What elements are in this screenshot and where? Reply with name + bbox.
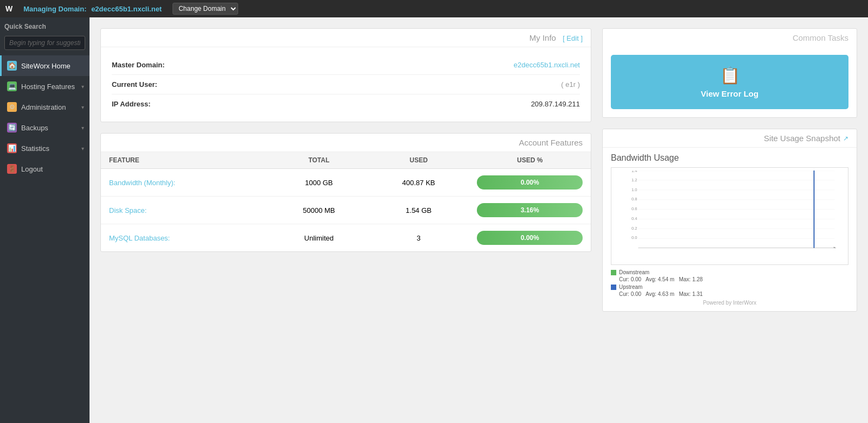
used-pct-cell: 3.16%: [469, 197, 591, 224]
sidebar-item-label: Administration: [21, 103, 66, 111]
backups-icon: 🔄: [7, 123, 17, 132]
svg-text:1.4: 1.4: [631, 171, 637, 173]
content-area: My Info [ Edit ] Master Domain: e2decc65…: [90, 17, 868, 423]
usage-bar: 3.16%: [477, 203, 583, 217]
common-tasks-panel: Common Tasks 📋 View Error Log: [602, 28, 857, 118]
table-row: Bandwidth (Monthly): 1000 GB 400.87 KB 0…: [101, 169, 591, 197]
sidebar-item-administration[interactable]: ⚙ Administration ▾: [0, 97, 90, 117]
upstream-stats: Cur: 0.00 Avg: 4.63 m Max: 1.31: [619, 291, 848, 297]
sidebar: Quick Search 🏠 SiteWorx Home 💻 Hosting F…: [0, 17, 90, 423]
current-user-row: Current User: ( e1r ): [112, 75, 580, 94]
logout-icon: 🚪: [7, 164, 17, 174]
sidebar-item-logout[interactable]: 🚪 Logout: [0, 159, 90, 179]
search-input[interactable]: [4, 36, 85, 50]
feature-link[interactable]: MySQL Databases:: [109, 234, 170, 242]
edit-link[interactable]: [ Edit ]: [563, 34, 583, 42]
feature-link[interactable]: Bandwidth (Monthly):: [109, 179, 175, 187]
ip-address-value: 209.87.149.211: [209, 100, 580, 108]
svg-text:0.4: 0.4: [631, 216, 637, 221]
main-layout: Quick Search 🏠 SiteWorx Home 💻 Hosting F…: [0, 17, 868, 423]
used-pct-cell: 0.00%: [469, 224, 591, 252]
current-user-value: ( e1r ): [209, 80, 580, 89]
usage-bar: 0.00%: [477, 175, 583, 190]
used-cell: 3: [368, 224, 469, 252]
svg-text:0.6: 0.6: [631, 206, 637, 211]
svg-text:1.0: 1.0: [631, 187, 637, 192]
svg-text:0.0: 0.0: [631, 235, 637, 240]
account-features-panel: Account Features FEATURE TOTAL USED USED…: [100, 133, 591, 252]
used-cell: 400.87 KB: [368, 169, 469, 197]
sidebar-item-label: Backups: [21, 124, 48, 132]
snapshot-content: Bandwidth Usage bytes / sec: [603, 148, 857, 311]
current-user-label: Current User:: [112, 80, 209, 89]
total-cell: 1000 GB: [270, 169, 368, 197]
left-column: My Info [ Edit ] Master Domain: e2decc65…: [100, 28, 591, 412]
y-axis-label: bytes / sec: [611, 168, 612, 248]
chevron-down-icon: ▾: [81, 104, 84, 110]
bandwidth-chart: bytes / sec: [611, 167, 848, 265]
features-table: FEATURE TOTAL USED USED % Bandwidth (Mon…: [101, 152, 591, 251]
right-column: Common Tasks 📋 View Error Log Site Usage…: [602, 28, 857, 412]
upstream-color: [611, 285, 616, 290]
view-error-log-button[interactable]: 📋 View Error Log: [611, 55, 848, 109]
ip-address-row: IP Address: 209.87.149.211: [112, 94, 580, 113]
col-used-pct: USED %: [469, 152, 591, 169]
sidebar-item-label: Hosting Features: [21, 83, 75, 91]
sidebar-item-label: SiteWorx Home: [21, 62, 71, 70]
svg-text:1.2: 1.2: [631, 178, 637, 182]
hosting-icon: 💻: [7, 81, 17, 91]
svg-text:0.8: 0.8: [631, 197, 637, 201]
col-total: TOTAL: [270, 152, 368, 169]
change-domain-select[interactable]: Change Domain: [173, 3, 238, 15]
my-info-title: My Info [ Edit ]: [101, 29, 591, 47]
managing-domain-label: Managing Domain: e2decc65b1.nxcli.net: [23, 5, 162, 13]
site-usage-title: Site Usage Snapshot ↗: [603, 129, 857, 148]
master-domain-row: Master Domain: e2decc65b1.nxcli.net: [112, 55, 580, 75]
col-used: USED: [368, 152, 469, 169]
chart-legend: Downstream Cur: 0.00 Avg: 4.54 m Max: 1.…: [611, 269, 848, 297]
top-bar: W Managing Domain: e2decc65b1.nxcli.net …: [0, 0, 868, 17]
sidebar-item-hosting-features[interactable]: 💻 Hosting Features ▾: [0, 76, 90, 97]
statistics-icon: 📊: [7, 143, 17, 153]
downstream-stats: Cur: 0.00 Avg: 4.54 m Max: 1.28: [619, 276, 848, 282]
sidebar-item-siteworx-home[interactable]: 🏠 SiteWorx Home: [0, 55, 90, 76]
powered-by: Powered by InterWorx: [611, 300, 848, 306]
downstream-color: [611, 270, 616, 275]
view-error-log-label: View Error Log: [701, 89, 758, 98]
account-features-title: Account Features: [101, 134, 591, 152]
ip-address-label: IP Address:: [112, 100, 209, 108]
total-cell: Unlimited: [270, 224, 368, 252]
master-domain-value: e2decc65b1.nxcli.net: [209, 61, 580, 69]
chevron-down-icon: ▾: [81, 146, 84, 151]
chart-svg: 1.4 1.2 1.0 0.8 0.6 0.4 0.2 0.0: [630, 171, 843, 248]
total-cell: 50000 MB: [270, 197, 368, 224]
used-cell: 1.54 GB: [368, 197, 469, 224]
logo: W: [5, 4, 12, 13]
home-icon: 🏠: [7, 61, 17, 71]
used-pct-cell: 0.00%: [469, 169, 591, 197]
quick-search-label: Quick Search: [0, 17, 90, 36]
feature-link[interactable]: Disk Space:: [109, 206, 146, 214]
table-row: Disk Space: 50000 MB 1.54 GB 3.16%: [101, 197, 591, 224]
my-info-panel: My Info [ Edit ] Master Domain: e2decc65…: [100, 28, 591, 122]
sidebar-item-backups[interactable]: 🔄 Backups ▾: [0, 117, 90, 138]
usage-bar: 0.00%: [477, 231, 583, 245]
table-row: MySQL Databases: Unlimited 3 0.00%: [101, 224, 591, 252]
sidebar-item-label: Logout: [21, 165, 43, 173]
chevron-down-icon: ▾: [81, 125, 84, 131]
col-feature: FEATURE: [101, 152, 270, 169]
svg-text:0.2: 0.2: [631, 226, 637, 231]
svg-marker-19: [834, 247, 837, 248]
downstream-legend: Downstream: [611, 269, 848, 275]
master-domain-label: Master Domain:: [112, 61, 209, 69]
common-tasks-title: Common Tasks: [603, 29, 857, 47]
error-log-icon: 📋: [720, 66, 740, 85]
chevron-down-icon: ▾: [81, 84, 84, 90]
bandwidth-title: Bandwidth Usage: [611, 153, 848, 163]
external-link-icon: ↗: [843, 135, 848, 142]
my-info-content: Master Domain: e2decc65b1.nxcli.net Curr…: [101, 47, 591, 122]
sidebar-item-statistics[interactable]: 📊 Statistics ▾: [0, 138, 90, 159]
site-usage-panel: Site Usage Snapshot ↗ Bandwidth Usage by…: [602, 129, 857, 312]
common-tasks-content: 📋 View Error Log: [603, 47, 857, 117]
upstream-legend: Upstream: [611, 284, 848, 290]
